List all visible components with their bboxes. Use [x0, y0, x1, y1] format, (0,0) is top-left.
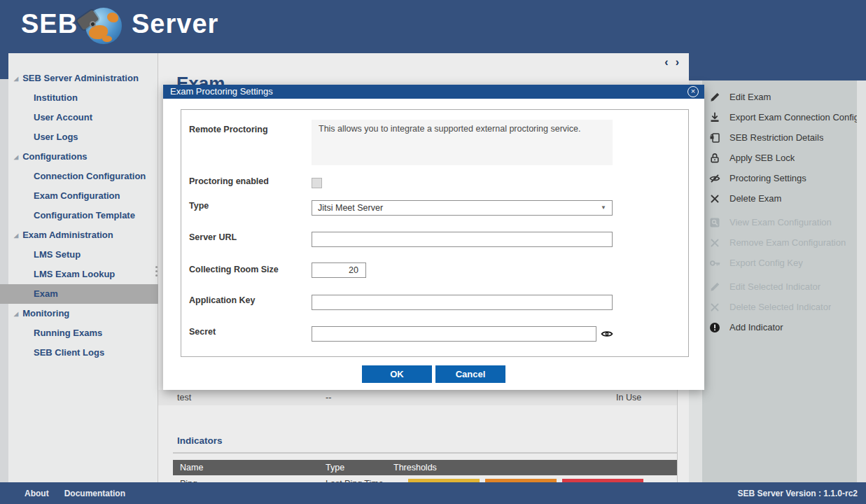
expander-icon[interactable]: ◢ [14, 304, 18, 323]
server-url-input[interactable] [312, 232, 613, 247]
action-edit-exam[interactable]: Edit Exam [702, 87, 857, 107]
sidebar-item-running-exams[interactable]: Running Exams [0, 323, 158, 343]
sidebar-section-monitoring[interactable]: ◢Monitoring [0, 304, 158, 323]
sidebar-item-institution[interactable]: Institution [0, 88, 158, 108]
dialog-title-bar: Exam Proctoring Settings × [163, 85, 704, 99]
about-link[interactable]: About [25, 489, 49, 498]
config-name: test [177, 393, 191, 402]
action-proctoring-settings[interactable]: Proctoring Settings [702, 168, 857, 188]
action-panel: Edit Exam Export Exam Connection Configu… [702, 80, 857, 482]
expander-icon[interactable]: ◢ [14, 148, 18, 167]
config-status: In Use [616, 393, 641, 402]
action-add-indicator[interactable]: Add Indicator [702, 317, 857, 337]
chevron-down-icon: ▼ [601, 201, 606, 215]
app-footer: About Documentation SEB Server Version :… [0, 482, 866, 504]
action-delete-selected-indicator: Delete Selected Indicator [702, 297, 857, 317]
action-remove-exam-configuration: Remove Exam Configuration [702, 232, 857, 253]
download-icon [708, 111, 720, 123]
pencil-icon [708, 281, 720, 293]
exam-proctoring-settings-dialog: Exam Proctoring Settings × Remote Procto… [163, 85, 704, 390]
seb-restriction-icon [708, 132, 720, 144]
action-edit-selected-indicator: Edit Selected Indicator [702, 276, 857, 297]
server-url-label: Server URL [189, 232, 309, 242]
sidebar-item-connection-configuration[interactable]: Connection Configuration [0, 167, 158, 186]
column-name: Name [180, 463, 203, 472]
app-header: SEB Server [0, 0, 866, 53]
page-back-arrow[interactable]: ‹ [664, 56, 668, 68]
pencil-icon [708, 91, 720, 103]
proctoring-enabled-checkbox[interactable] [312, 178, 322, 188]
dialog-title: Exam Proctoring Settings [170, 86, 273, 97]
divider [173, 452, 677, 454]
key-icon [708, 257, 720, 269]
expander-icon[interactable]: ◢ [14, 226, 18, 245]
collecting-room-size-input[interactable] [312, 262, 366, 278]
action-export-config-key: Export Config Key [702, 253, 857, 273]
brand-server: Server [132, 9, 218, 39]
exam-configuration-row[interactable]: test -- In Use [158, 390, 677, 405]
sidebar-item-user-logs[interactable]: User Logs [0, 127, 158, 147]
collecting-room-size-label: Collecting Room Size [189, 265, 309, 274]
sidebar-section-seb-server-administration[interactable]: ◢SEB Server Administration [0, 69, 158, 88]
indicators-section-title: Indicators [177, 435, 223, 446]
padlock-icon [708, 152, 720, 164]
secret-label: Secret [189, 327, 309, 337]
sidebar-item-lms-setup[interactable]: LMS Setup [0, 245, 158, 265]
secret-input[interactable] [312, 326, 596, 342]
exclamation-circle-icon [708, 321, 720, 333]
sidebar-section-configurations[interactable]: ◢Configurations [0, 147, 158, 167]
sidebar-item-user-account[interactable]: User Account [0, 108, 158, 127]
action-seb-restriction-details[interactable]: SEB Restriction Details [702, 127, 857, 148]
config-value: -- [326, 393, 331, 402]
brand-seb: SEB [21, 9, 78, 39]
search-box-icon [708, 216, 720, 228]
sidebar-item-configuration-template[interactable]: Configuration Template [0, 206, 158, 225]
close-icon[interactable]: × [687, 86, 699, 97]
x-icon [708, 192, 720, 204]
remote-proctoring-label: Remote Proctoring [189, 125, 309, 134]
cancel-button[interactable]: Cancel [435, 365, 505, 383]
x-icon [708, 301, 720, 313]
sidebar-nav: ◢SEB Server Administration Institution U… [0, 53, 158, 363]
ok-button[interactable]: OK [362, 365, 432, 383]
column-type: Type [326, 463, 344, 472]
page-forward-arrow[interactable]: › [676, 56, 679, 68]
proctoring-enabled-label: Proctoring enabled [189, 176, 309, 186]
application-key-label: Application Key [189, 295, 309, 305]
action-export-exam-connection-configuration[interactable]: Export Exam Connection Configura [702, 107, 857, 127]
application-key-input[interactable] [312, 295, 613, 310]
sidebar-item-exam[interactable]: Exam [0, 284, 158, 304]
x-icon [708, 237, 720, 248]
sidebar-item-lms-exam-lookup[interactable]: LMS Exam Lookup [0, 265, 158, 284]
indicators-table-header: Name Type Thresholds [173, 460, 677, 475]
sidebar-item-seb-client-logs[interactable]: SEB Client Logs [0, 343, 158, 363]
type-label: Type [189, 201, 309, 211]
sidebar-section-exam-administration[interactable]: ◢Exam Administration [0, 225, 158, 245]
indicator-table-row[interactable]: Ping Last Ping Time 3000 (/5:00 min)5000… [173, 477, 677, 482]
type-select[interactable]: Jitsi Meet Server ▼ [312, 200, 613, 216]
sidebar-item-exam-configuration[interactable]: Exam Configuration [0, 186, 158, 206]
action-view-exam-configuration: View Exam Configuration [702, 212, 857, 232]
documentation-link[interactable]: Documentation [64, 489, 125, 498]
seb-server-app: SEB Server ◢SEB Server Administration In… [0, 0, 866, 504]
expander-icon[interactable]: ◢ [14, 69, 18, 88]
sidebar-resize-handle[interactable] [155, 264, 158, 279]
action-delete-exam[interactable]: Delete Exam [702, 188, 857, 209]
version-label: SEB Server Version : 1.1.0-rc2 [738, 489, 858, 498]
column-thresholds: Thresholds [393, 463, 437, 472]
action-apply-seb-lock[interactable]: Apply SEB Lock [702, 148, 857, 168]
table-border [677, 390, 678, 482]
remote-proctoring-description: This allows you to integrate a supported… [312, 120, 613, 165]
type-select-value: Jitsi Meet Server [318, 203, 383, 213]
eye-icon[interactable] [601, 328, 613, 340]
eye-off-icon [708, 172, 720, 184]
